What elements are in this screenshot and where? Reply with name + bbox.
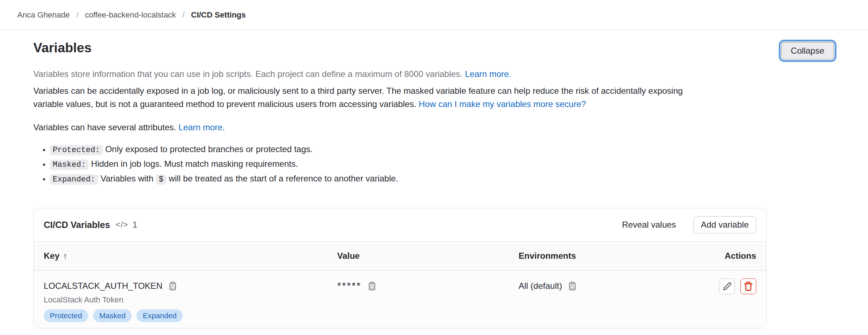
copy-icon — [367, 281, 377, 291]
protected-description: Only exposed to protected branches or pr… — [105, 144, 313, 154]
expanded-description-after: will be treated as the start of a refere… — [169, 174, 398, 183]
card-header: CI/CD Variables </> 1 Reveal values Add … — [34, 208, 766, 241]
intro-text: Variables store information that you can… — [33, 69, 463, 79]
masked-code-label: Masked: — [50, 160, 89, 170]
breadcrumb-bar: Anca Ghenade / coffee-backend-localstack… — [0, 0, 868, 30]
masked-description: Hidden in job logs. Must match masking r… — [91, 159, 298, 169]
actions-cell — [682, 278, 756, 294]
copy-icon — [168, 281, 177, 291]
column-header-environments: Environments — [519, 251, 682, 261]
breadcrumb-link-project[interactable]: coffee-backend-localstack — [85, 10, 176, 20]
copy-environments-button[interactable] — [568, 281, 577, 291]
attributes-learn-more-link[interactable]: Learn more. — [178, 122, 225, 132]
attributes-text: Variables can have several attributes. — [33, 122, 176, 132]
intro-paragraph: Variables store information that you can… — [33, 67, 834, 81]
delete-variable-button[interactable] — [740, 278, 756, 294]
dollar-code-label: $ — [156, 174, 166, 185]
expanded-code-label: Expanded: — [50, 174, 98, 185]
variable-description: LocalStack Auth Token — [44, 295, 337, 305]
variable-key: LOCALSTACK_AUTH_TOKEN — [44, 281, 162, 291]
copy-key-button[interactable] — [168, 281, 177, 291]
add-variable-button[interactable]: Add variable — [693, 216, 756, 233]
list-item-expanded: Expanded: Variables with $ will be treat… — [50, 172, 834, 186]
protected-code-label: Protected: — [50, 145, 103, 155]
masked-warning-line1: Variables can be accidentally exposed in… — [33, 86, 683, 96]
key-column-label: Key — [44, 251, 59, 261]
column-header-key[interactable]: Key↑ — [44, 251, 337, 261]
column-header-value: Value — [337, 251, 519, 261]
breadcrumb-current-page: CI/CD Settings — [191, 10, 246, 20]
variables-settings-section: Variables Collapse Variables store infor… — [0, 30, 868, 328]
value-cell: ***** — [337, 281, 519, 291]
masked-badge: Masked — [93, 309, 132, 322]
card-header-title-group: CI/CD Variables </> 1 — [44, 220, 137, 230]
variables-count: 1 — [133, 220, 137, 230]
collapse-button[interactable]: Collapse — [781, 42, 834, 59]
pencil-icon — [721, 281, 732, 292]
section-header: Variables Collapse — [33, 39, 834, 59]
cicd-variables-card: CI/CD Variables </> 1 Reveal values Add … — [33, 208, 767, 328]
variables-secure-link[interactable]: How can I make my variables more secure? — [419, 99, 586, 109]
breadcrumb-separator: / — [182, 10, 185, 20]
protected-badge: Protected — [44, 309, 88, 322]
page-title: Variables — [33, 39, 92, 57]
environments-value: All (default) — [519, 281, 562, 291]
expanded-badge: Expanded — [137, 309, 183, 322]
sort-ascending-icon: ↑ — [63, 251, 67, 261]
masked-warning-line2: variable values, but is not a guaranteed… — [33, 99, 416, 109]
card-title: CI/CD Variables — [44, 220, 110, 230]
breadcrumb-separator: / — [76, 10, 78, 20]
list-item-masked: Masked: Hidden in job logs. Must match m… — [50, 157, 834, 172]
edit-variable-button[interactable] — [719, 278, 735, 294]
code-icon: </> — [116, 220, 128, 229]
card-header-actions: Reveal values Add variable — [622, 216, 756, 233]
breadcrumb: Anca Ghenade / coffee-backend-localstack… — [17, 10, 246, 20]
column-header-actions: Actions — [682, 251, 756, 261]
attributes-list: Protected: Only exposed to protected bra… — [33, 142, 834, 186]
learn-more-link[interactable]: Learn more. — [465, 69, 511, 79]
expanded-description-before: Variables with — [101, 174, 154, 183]
masked-value: ***** — [337, 281, 362, 291]
list-item-protected: Protected: Only exposed to protected bra… — [50, 142, 834, 157]
environments-cell: All (default) — [519, 281, 682, 291]
key-cell: LOCALSTACK_AUTH_TOKEN LocalStack Auth To… — [44, 281, 337, 322]
variable-badges: Protected Masked Expanded — [44, 309, 337, 322]
variable-row: LOCALSTACK_AUTH_TOKEN LocalStack Auth To… — [34, 271, 766, 328]
copy-value-button[interactable] — [367, 281, 377, 291]
copy-icon — [568, 281, 577, 291]
breadcrumb-link-user[interactable]: Anca Ghenade — [17, 10, 70, 20]
attributes-paragraph: Variables can have several attributes. L… — [33, 121, 834, 134]
reveal-values-button[interactable]: Reveal values — [622, 220, 676, 230]
trash-icon — [743, 281, 754, 292]
masked-warning-paragraph: Variables can be accidentally exposed in… — [33, 84, 834, 111]
variables-table-header: Key↑ Value Environments Actions — [34, 241, 766, 271]
